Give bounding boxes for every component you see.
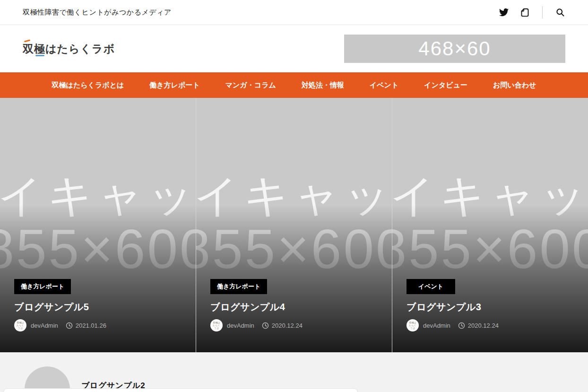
author-name: devAdmin — [423, 322, 450, 329]
author-avatar: 双極はたらくラボ — [14, 319, 26, 331]
author-name: devAdmin — [227, 322, 254, 329]
category-badge[interactable]: 働き方レポート — [210, 279, 267, 294]
logo-blue-underline — [35, 55, 44, 56]
post-date: 2020.12.24 — [468, 322, 499, 329]
post-title[interactable]: ブログサンプル4 — [210, 301, 382, 314]
clock-icon — [262, 322, 269, 329]
post-date: 2021.01.26 — [76, 322, 106, 329]
topbar-divider — [542, 6, 543, 18]
hero-featured-posts: アイキャッチ 855×600 働き方レポート ブログサンプル5 双極はたらくラボ… — [0, 98, 588, 352]
hero-post-2-caption: 働き方レポート ブログサンプル4 双極はたらくラボ devAdmin 2020.… — [210, 279, 382, 331]
author-avatar: 双極はたらくラボ — [406, 319, 419, 331]
topbar-icons — [499, 6, 565, 18]
avatar-logo-text: 双極はたらくラボ — [212, 321, 221, 330]
article-list-card — [3, 388, 358, 392]
post-title[interactable]: ブログサンプル3 — [406, 301, 579, 314]
nav-item-coping-info[interactable]: 対処法・情報 — [289, 72, 357, 98]
category-badge[interactable]: イベント — [406, 279, 455, 294]
clock-icon — [458, 322, 465, 329]
post-meta: 双極はたらくラボ devAdmin 2021.01.26 — [14, 319, 186, 331]
post-meta: 双極はたらくラボ devAdmin 2020.12.24 — [406, 319, 579, 331]
main-nav: 双極はたらくラボとは 働き方レポート マンガ・コラム 対処法・情報 イベント イ… — [0, 72, 588, 98]
avatar-logo-text: 双極はたらくラボ — [408, 321, 417, 330]
site-tagline: 双極性障害で働くヒントがみつかるメディア — [23, 8, 172, 17]
author-avatar: 双極はたらくラボ — [210, 319, 223, 331]
latest-posts-section: アイキャッチ ブログサンプル2 — [0, 352, 588, 392]
hero-post-1-caption: 働き方レポート ブログサンプル5 双極はたらくラボ devAdmin 2021.… — [14, 279, 186, 331]
twitter-icon[interactable] — [499, 7, 509, 17]
top-bar: 双極性障害で働くヒントがみつかるメディア — [0, 0, 588, 25]
hero-post-3[interactable]: アイキャッチ 855×600 イベント ブログサンプル3 双極はたらくラボ de… — [392, 98, 588, 352]
site-logo[interactable]: 双極はたらくラボ — [23, 42, 115, 56]
post-meta: 双極はたらくラボ devAdmin 2020.12.24 — [210, 319, 382, 331]
site-logo-text: 双極はたらくラボ — [23, 43, 115, 55]
hero-post-1[interactable]: アイキャッチ 855×600 働き方レポート ブログサンプル5 双極はたらくラボ… — [0, 98, 196, 352]
ad-banner-label: 468×60 — [418, 37, 491, 60]
nav-item-about[interactable]: 双極はたらくラボとは — [39, 72, 137, 98]
search-icon[interactable] — [555, 7, 565, 17]
ad-banner-468x60[interactable]: 468×60 — [344, 35, 565, 63]
post-title[interactable]: ブログサンプル5 — [14, 301, 186, 314]
avatar-logo-text: 双極はたらくラボ — [16, 321, 25, 330]
category-badge[interactable]: 働き方レポート — [14, 279, 71, 294]
site-header: 双極はたらくラボ 468×60 — [0, 25, 588, 72]
nav-item-event[interactable]: イベント — [357, 72, 411, 98]
post-date: 2020.12.24 — [272, 322, 303, 329]
nav-item-manga-column[interactable]: マンガ・コラム — [213, 72, 289, 98]
logo-orange-accent — [24, 39, 30, 42]
hero-post-2[interactable]: アイキャッチ 855×600 働き方レポート ブログサンプル4 双極はたらくラボ… — [196, 98, 392, 352]
nav-item-interview[interactable]: インタビュー — [411, 72, 480, 98]
hero-post-3-caption: イベント ブログサンプル3 双極はたらくラボ devAdmin 2020.12.… — [406, 279, 579, 331]
author-name: devAdmin — [31, 322, 58, 329]
nav-item-contact[interactable]: お問い合わせ — [480, 72, 549, 98]
note-icon[interactable] — [519, 7, 530, 17]
clock-icon — [66, 322, 73, 329]
nav-item-work-report[interactable]: 働き方レポート — [137, 72, 212, 98]
